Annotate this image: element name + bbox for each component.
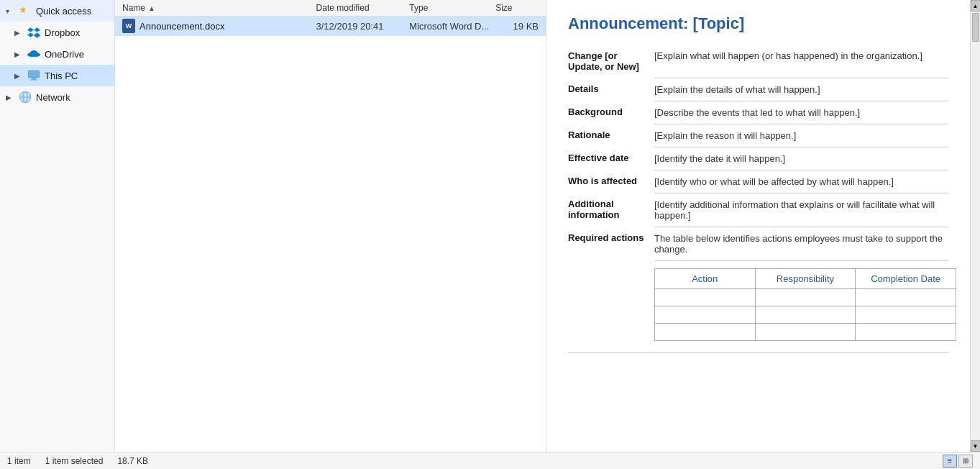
responsibility-col-header: Responsibility (755, 268, 856, 288)
action-table-row (655, 323, 956, 340)
doc-field-row: Rationale[Explain the reason it will hap… (568, 124, 948, 147)
doc-field-label: Additional information (568, 193, 654, 227)
sidebar-item-quick-access[interactable]: ▾ ★ Quick access (0, 0, 114, 22)
sidebar-item-network[interactable]: ▶ Network (0, 86, 114, 108)
doc-field-value: [Identify who or what will be affected b… (654, 170, 948, 193)
action-table-cell (755, 288, 856, 306)
file-list-header: Name ▲ Date modified Type Size (115, 0, 546, 17)
view-details-button[interactable]: ≡ (943, 455, 957, 468)
scroll-up-button[interactable]: ▲ (971, 0, 981, 12)
sidebar-item-dropbox[interactable]: ▶ Dropbox (0, 22, 114, 43)
action-table-cell (856, 323, 956, 340)
expand-arrow-quick-access: ▾ (6, 7, 14, 15)
doc-field-label: Rationale (568, 124, 654, 147)
selected-info: 1 item selected (45, 456, 104, 466)
action-table-container: Action Responsibility Completion Date (654, 268, 948, 341)
action-col-header: Action (655, 268, 756, 288)
status-bar: 1 item 1 item selected 18.7 KB ≡ ⊞ (0, 452, 980, 469)
svg-rect-6 (30, 79, 38, 81)
sidebar-item-label-network: Network (36, 92, 70, 103)
doc-field-row: Background[Describe the events that led … (568, 101, 948, 124)
action-table-row (655, 306, 956, 323)
scroll-down-button[interactable]: ▼ (971, 440, 981, 452)
doc-field-value: [Explain what will happen (or has happen… (654, 45, 948, 78)
svg-point-2 (30, 50, 37, 55)
network-icon (19, 91, 32, 104)
sidebar-item-label-onedrive: OneDrive (45, 49, 84, 60)
view-icons: ≡ ⊞ (943, 455, 973, 468)
column-type[interactable]: Type (409, 3, 495, 13)
doc-field-value: [Identify additional information that ex… (654, 193, 948, 227)
sidebar-item-thispc[interactable]: ▶ This PC (0, 65, 114, 86)
completion-col-header: Completion Date (856, 268, 956, 288)
doc-field-value: [Explain the details of what will happen… (654, 78, 948, 101)
doc-field-row: Additional information[Identify addition… (568, 193, 948, 227)
pc-icon (27, 69, 40, 82)
file-pane: Name ▲ Date modified Type Size W Announc… (115, 0, 546, 452)
sidebar-item-onedrive[interactable]: ▶ OneDrive (0, 43, 114, 65)
doc-field-label: Change [or Update, or New] (568, 45, 654, 78)
bottom-divider (568, 352, 948, 353)
action-table: Action Responsibility Completion Date (654, 268, 956, 341)
action-table-row (655, 288, 956, 306)
doc-field-label: Effective date (568, 147, 654, 170)
doc-field-label: Background (568, 101, 654, 124)
action-table-cell (856, 288, 956, 306)
sidebar-item-label-dropbox: Dropbox (45, 27, 80, 38)
doc-field-label: Required actions (568, 227, 654, 260)
view-tiles-button[interactable]: ⊞ (958, 455, 973, 468)
action-table-cell (755, 306, 856, 323)
file-row[interactable]: W Announcement.docx 3/12/2019 20:41 Micr… (115, 17, 546, 36)
sidebar-item-label-thispc: This PC (45, 70, 78, 81)
file-type-cell: Microsoft Word D... (409, 21, 495, 32)
column-name[interactable]: Name ▲ (115, 3, 316, 13)
file-date-cell: 3/12/2019 20:41 (316, 21, 410, 32)
doc-field-row: Details[Explain the details of what will… (568, 78, 948, 101)
word-icon: W (122, 19, 135, 33)
dropbox-icon (27, 26, 40, 39)
doc-field-row: Required actionsThe table below identifi… (568, 227, 948, 260)
svg-rect-5 (32, 78, 36, 79)
scroll-thumb[interactable] (972, 13, 979, 42)
onedrive-icon (27, 47, 40, 60)
doc-field-label: Details (568, 78, 654, 101)
doc-field-row: Change [or Update, or New][Explain what … (568, 45, 948, 78)
doc-field-value: [Describe the events that led to what wi… (654, 101, 948, 124)
doc-field-value: [Identify the date it will happen.] (654, 147, 948, 170)
expand-arrow-onedrive: ▶ (14, 50, 23, 58)
sidebar-item-label: Quick access (36, 6, 91, 17)
document-title: Announcement: [Topic] (568, 14, 948, 33)
file-size-cell: 19 KB (495, 21, 546, 32)
expand-arrow-network: ▶ (6, 94, 14, 101)
doc-field-value: [Explain the reason it will happen.] (654, 124, 948, 147)
file-name-cell: W Announcement.docx (115, 19, 316, 33)
action-table-cell (856, 306, 956, 323)
expand-arrow-thispc: ▶ (14, 72, 23, 80)
action-table-cell (655, 288, 756, 306)
star-icon: ★ (19, 4, 32, 17)
expand-arrow-dropbox: ▶ (14, 29, 23, 37)
item-count: 1 item (7, 456, 31, 466)
svg-rect-3 (29, 70, 40, 78)
doc-field-row: Who is affected[Identify who or what wil… (568, 170, 948, 193)
scrollbar-track: ▲ ▼ (970, 0, 980, 452)
sort-arrow: ▲ (148, 4, 155, 12)
file-size-status: 18.7 KB (117, 456, 148, 466)
preview-pane: Announcement: [Topic] Change [or Update,… (546, 0, 970, 452)
doc-field-value: The table below identifies actions emplo… (654, 227, 948, 260)
action-table-cell (755, 323, 856, 340)
action-table-cell (655, 306, 756, 323)
column-size[interactable]: Size (495, 3, 546, 13)
action-table-cell (655, 323, 756, 340)
document-fields-table: Change [or Update, or New][Explain what … (568, 45, 948, 261)
doc-field-row: Effective date[Identify the date it will… (568, 147, 948, 170)
sidebar: ▾ ★ Quick access ▶ Dropbox ▶ (0, 0, 115, 452)
doc-field-label: Who is affected (568, 170, 654, 193)
column-date[interactable]: Date modified (316, 3, 410, 13)
